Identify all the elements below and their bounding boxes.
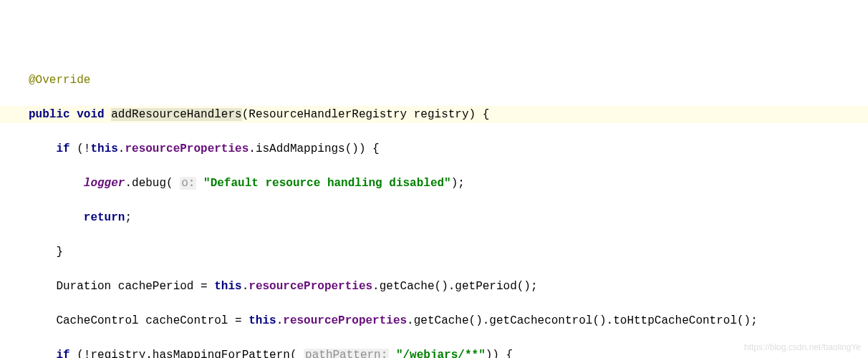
method-getCachecontrol: getCachecontrol [489, 314, 592, 327]
field-resourceProperties: resourceProperties [125, 142, 249, 155]
method-toHttpCacheControl: toHttpCacheControl [613, 314, 737, 327]
string-debug: "Default resource handling disabled" [203, 177, 451, 190]
keyword-this: this [214, 280, 241, 293]
field-logger: logger [84, 177, 125, 190]
code-line-1: @Override [0, 72, 868, 89]
method-getCache: getCache [380, 280, 435, 293]
method-getPeriod: getPeriod [455, 280, 516, 293]
method-name: addResourceHandlers [111, 108, 241, 121]
hint-pathPattern: pathPattern: [304, 349, 389, 358]
var-cachePeriod: cachePeriod [118, 280, 194, 293]
code-line-5: return; [0, 209, 868, 226]
method-isAddMappings: isAddMappings [256, 142, 345, 155]
keyword-this: this [249, 314, 276, 327]
method-debug: debug [132, 177, 166, 190]
keyword-public: public [29, 108, 70, 121]
watermark: https://blog.csdn.net/baolingYe [744, 341, 861, 354]
code-line-7: Duration cachePeriod = this.resourceProp… [0, 278, 868, 295]
keyword-if: if [56, 349, 69, 358]
method-getCache: getCache [414, 314, 469, 327]
string-webjars: "/webjars/**" [396, 349, 486, 358]
var-cacheControl: cacheControl [145, 314, 228, 327]
code-line-2: public void addResourceHandlers(Resource… [0, 106, 868, 123]
code-line-3: if (!this.resourceProperties.isAddMappin… [0, 140, 868, 158]
field-resourceProperties: resourceProperties [249, 280, 372, 293]
type-Duration: Duration [56, 280, 111, 293]
keyword-this: this [90, 142, 117, 155]
param-type: ResourceHandlerRegistry [249, 108, 407, 121]
param-name: registry [414, 108, 469, 121]
method-hasMappingForPattern: hasMappingForPattern [153, 349, 290, 358]
type-CacheControl: CacheControl [56, 314, 138, 327]
keyword-return: return [84, 211, 125, 224]
field-resourceProperties: resourceProperties [283, 314, 407, 327]
var-registry: registry [90, 349, 145, 358]
code-line-9: if (!registry.hasMappingForPattern( path… [0, 347, 868, 358]
keyword-if: if [56, 142, 69, 155]
hint-o: o: [180, 177, 196, 190]
code-line-8: CacheControl cacheControl = this.resourc… [0, 312, 868, 329]
code-line-4: logger.debug( o: "Default resource handl… [0, 175, 868, 192]
keyword-void: void [77, 108, 104, 121]
annotation-override: @Override [29, 74, 90, 87]
code-line-6: } [0, 243, 868, 261]
